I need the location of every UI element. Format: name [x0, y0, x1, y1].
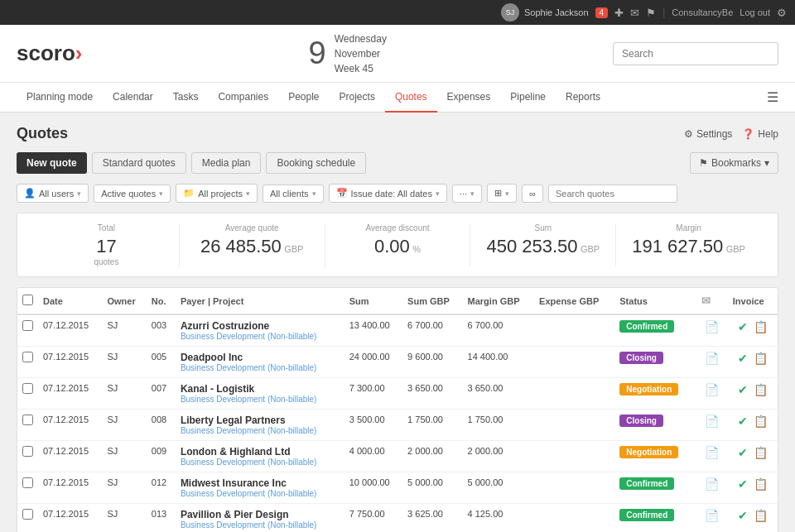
booking-schedule-button[interactable]: Booking schedule — [266, 152, 366, 174]
filter-issue-date[interactable]: 📅 Issue date: All dates ▾ — [329, 184, 447, 203]
check-icon[interactable]: ✔ — [738, 477, 748, 491]
doc-icon[interactable]: 📋 — [754, 509, 768, 522]
nav-people[interactable]: People — [278, 83, 329, 113]
th-payer-project[interactable]: Payer | Project — [176, 288, 344, 314]
status-badge[interactable]: Negotiation — [619, 383, 678, 395]
pdf-icon[interactable]: 📄 — [705, 509, 719, 522]
row-no: 005 — [147, 347, 176, 378]
row-project-name[interactable]: Business Development (Non-billable) — [181, 363, 340, 372]
pdf-icon[interactable]: 📄 — [705, 352, 719, 365]
search-input[interactable] — [613, 42, 778, 65]
row-sum: 10 000.00 — [344, 472, 402, 504]
bookmarks-button[interactable]: ⚑ Bookmarks ▾ — [690, 152, 778, 174]
bookmark-icon[interactable]: ⚑ — [646, 7, 656, 19]
pdf-icon[interactable]: 📄 — [705, 415, 719, 428]
select-all-checkbox[interactable] — [22, 295, 33, 305]
row-company-name[interactable]: Azurri Costruzione — [181, 320, 340, 332]
row-status: Confirmed — [614, 472, 696, 504]
filter-grid[interactable]: ⊞ ▾ — [487, 184, 517, 203]
filter-link[interactable]: ∞ — [522, 185, 543, 203]
check-icon[interactable]: ✔ — [738, 320, 748, 333]
check-icon[interactable]: ✔ — [738, 352, 748, 365]
row-select-checkbox[interactable] — [22, 383, 33, 394]
search-quotes-input[interactable] — [548, 185, 677, 203]
nav-companies[interactable]: Companies — [208, 83, 278, 113]
settings-icon[interactable]: ⚙ — [777, 7, 787, 19]
row-date: 07.12.2015 — [38, 504, 102, 533]
standard-quotes-button[interactable]: Standard quotes — [92, 152, 186, 174]
filter-all-clients[interactable]: All clients ▾ — [263, 185, 323, 203]
doc-icon[interactable]: 📋 — [754, 320, 768, 333]
stat-sum-currency: GBP — [581, 244, 600, 254]
logout-link[interactable]: Log out — [740, 7, 770, 17]
doc-icon[interactable]: 📋 — [754, 446, 768, 459]
row-project-name[interactable]: Business Development (Non-billable) — [181, 395, 340, 404]
doc-icon[interactable]: 📋 — [754, 383, 768, 396]
nav-planning-mode[interactable]: Planning mode — [17, 83, 103, 113]
mail-icon[interactable]: ✉ — [630, 7, 639, 19]
filter-active-quotes[interactable]: Active quotes ▾ — [94, 185, 171, 203]
nav-calendar[interactable]: Calendar — [103, 83, 163, 113]
nav-projects[interactable]: Projects — [330, 83, 385, 113]
doc-icon[interactable]: 📋 — [754, 352, 768, 365]
pdf-icon[interactable]: 📄 — [705, 446, 719, 459]
check-icon[interactable]: ✔ — [738, 509, 748, 522]
filter-all-users[interactable]: 👤 All users ▾ — [17, 184, 89, 203]
status-badge[interactable]: Confirmed — [619, 509, 674, 521]
nav-pipeline[interactable]: Pipeline — [500, 83, 556, 113]
filter-all-projects[interactable]: 📁 All projects ▾ — [176, 184, 258, 203]
nav-menu-icon[interactable]: ☰ — [767, 89, 778, 105]
row-company-name[interactable]: Kanal - Logistik — [181, 383, 340, 395]
nav-reports[interactable]: Reports — [556, 83, 610, 113]
row-select-checkbox[interactable] — [22, 509, 33, 520]
row-project-name[interactable]: Business Development (Non-billable) — [181, 426, 340, 435]
check-icon[interactable]: ✔ — [738, 383, 748, 396]
row-select-checkbox[interactable] — [22, 352, 33, 362]
th-date[interactable]: Date — [38, 288, 102, 314]
new-quote-button[interactable]: New quote — [17, 152, 87, 174]
row-company-name[interactable]: Pavillion & Pier Design — [181, 509, 340, 520]
nav-expenses[interactable]: Expenses — [437, 83, 501, 113]
notification-badge[interactable]: 4 — [595, 7, 609, 18]
row-company-name[interactable]: Liberty Legal Partners — [181, 415, 340, 426]
row-select-checkbox[interactable] — [22, 415, 33, 425]
status-badge[interactable]: Confirmed — [619, 477, 674, 490]
pdf-icon[interactable]: 📄 — [705, 320, 719, 333]
row-company-name[interactable]: Midwest Insurance Inc — [181, 477, 340, 489]
row-select-checkbox[interactable] — [22, 320, 33, 331]
th-no[interactable]: No. — [147, 288, 176, 314]
th-expense-gbp[interactable]: Expense GBP — [534, 288, 614, 314]
media-plan-button[interactable]: Media plan — [191, 152, 262, 174]
th-sum[interactable]: Sum — [344, 288, 402, 314]
row-project-name[interactable]: Business Development (Non-billable) — [181, 332, 340, 341]
status-badge[interactable]: Closing — [619, 415, 663, 427]
doc-icon[interactable]: 📋 — [754, 415, 768, 428]
row-sum-gbp: 2 000.00 — [402, 441, 462, 472]
th-margin-gbp[interactable]: Margin GBP — [463, 288, 535, 314]
check-icon[interactable]: ✔ — [738, 415, 748, 428]
th-sum-gbp[interactable]: Sum GBP — [402, 288, 462, 314]
th-owner[interactable]: Owner — [102, 288, 146, 314]
doc-icon[interactable]: 📋 — [754, 477, 768, 491]
status-badge[interactable]: Negotiation — [619, 446, 678, 458]
pdf-icon[interactable]: 📄 — [705, 383, 719, 396]
gear-icon: ⚙ — [684, 128, 693, 140]
status-badge[interactable]: Closing — [619, 352, 663, 364]
row-select-checkbox[interactable] — [22, 477, 33, 488]
check-icon[interactable]: ✔ — [738, 446, 748, 459]
nav-quotes[interactable]: Quotes — [385, 83, 437, 113]
pdf-icon[interactable]: 📄 — [705, 477, 719, 491]
filter-more[interactable]: ··· ▾ — [452, 185, 482, 203]
row-company-name[interactable]: London & Highland Ltd — [181, 446, 340, 458]
row-project-name[interactable]: Business Development (Non-billable) — [181, 489, 340, 498]
settings-button[interactable]: ⚙ Settings — [684, 128, 732, 140]
status-badge[interactable]: Confirmed — [619, 320, 674, 333]
add-icon[interactable]: ✚ — [614, 7, 624, 19]
row-company-name[interactable]: Deadpool Inc — [181, 352, 340, 363]
nav-tasks[interactable]: Tasks — [163, 83, 209, 113]
help-button[interactable]: ❓ Help — [742, 128, 778, 140]
row-project-name[interactable]: Business Development (Non-billable) — [181, 520, 340, 530]
row-select-checkbox[interactable] — [22, 446, 33, 457]
row-project-name[interactable]: Business Development (Non-billable) — [181, 458, 340, 467]
th-status[interactable]: Status — [614, 288, 696, 314]
